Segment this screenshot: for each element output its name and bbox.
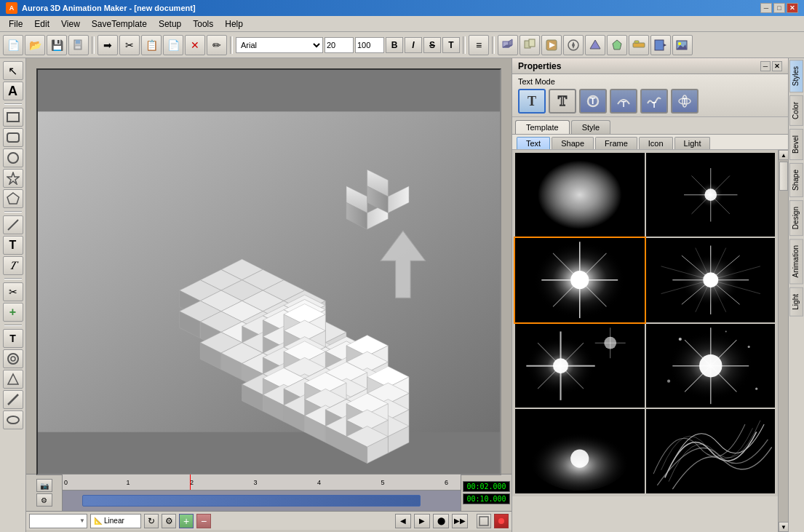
sub-tab-shape[interactable]: Shape [552, 137, 594, 149]
light-effect-5[interactable] [515, 324, 645, 408]
add-tool[interactable]: + [3, 303, 23, 322]
loop-btn[interactable] [477, 514, 491, 528]
prev-frame-btn[interactable]: ◀ [395, 514, 411, 528]
rs-tab-styles[interactable]: Styles [789, 60, 803, 92]
stop-btn[interactable]: ⬤ [433, 514, 449, 528]
polygon-tool[interactable] [3, 189, 23, 208]
rs-tab-color[interactable]: Color [789, 95, 803, 126]
menu-help[interactable]: Help [219, 17, 249, 31]
rs-tab-light[interactable]: Light [789, 287, 803, 317]
play-btn[interactable]: ▶ [414, 514, 430, 528]
light-effect-3[interactable] [515, 238, 645, 322]
paste-button[interactable]: 📄 [163, 35, 183, 55]
minimize-button[interactable]: ─ [760, 3, 772, 13]
open-button[interactable]: 📂 [25, 35, 45, 55]
render-btn[interactable] [541, 35, 562, 55]
restore-button[interactable]: □ [773, 3, 785, 13]
new-button[interactable]: 📄 [3, 35, 23, 55]
tab-template[interactable]: Template [515, 120, 570, 134]
light-effect-4[interactable] [646, 238, 776, 322]
slash-tool[interactable] [3, 390, 23, 409]
text-mode-solid[interactable]: T [518, 89, 546, 114]
timeline-camera-btn[interactable]: 📷 [36, 479, 52, 492]
text-mode-arc[interactable]: T [610, 89, 637, 114]
menu-edit[interactable]: Edit [28, 17, 55, 31]
menu-setup[interactable]: Setup [153, 17, 187, 31]
italic-button[interactable]: I [405, 37, 422, 53]
font-size-input[interactable] [325, 37, 354, 53]
menu-tools[interactable]: Tools [187, 17, 219, 31]
strikethrough-button[interactable]: S [423, 37, 441, 53]
light-effect-6[interactable] [646, 324, 776, 408]
light-effect-1[interactable] [515, 153, 645, 237]
keyframe-combo[interactable] [29, 514, 87, 528]
light-scrollbar[interactable]: ▲ ▼ [778, 150, 788, 532]
select-tool[interactable]: ↖ [3, 61, 23, 80]
circle-tool[interactable] [3, 148, 23, 167]
scroll-thumb[interactable] [779, 162, 788, 191]
export-anim-btn[interactable] [650, 35, 671, 55]
light-effect-8[interactable] [646, 409, 776, 493]
copy-button[interactable]: 📋 [141, 35, 162, 55]
next-frame-btn[interactable]: ▶▶ [452, 514, 468, 528]
3d-btn-1[interactable] [498, 35, 518, 55]
export-image-btn[interactable] [672, 35, 693, 55]
undo-button[interactable]: ✕ [185, 35, 205, 55]
rect-tool[interactable] [3, 108, 23, 127]
text-style-tool[interactable]: T [3, 236, 23, 255]
shape-btn-1[interactable] [585, 35, 605, 55]
save-button[interactable]: 💾 [47, 35, 67, 55]
triangle-tool[interactable] [3, 370, 23, 389]
remove-keyframe-btn[interactable]: − [196, 514, 211, 528]
align-left-button[interactable]: ≡ [469, 35, 489, 55]
particle-btn[interactable] [629, 35, 649, 55]
props-close-btn[interactable]: ✕ [772, 61, 782, 71]
line-tool[interactable] [3, 215, 23, 234]
light-effect-2[interactable] [646, 153, 776, 237]
font-size2-input[interactable] [355, 37, 384, 53]
text-mode-sphere[interactable]: T [671, 89, 698, 114]
sub-tab-frame[interactable]: Frame [595, 137, 637, 149]
sub-tab-icon[interactable]: Icon [639, 137, 673, 149]
close-button[interactable]: ✕ [787, 3, 798, 13]
star-tool[interactable] [3, 169, 23, 188]
rounded-rect-tool[interactable] [3, 128, 23, 147]
tab-style[interactable]: Style [571, 120, 610, 134]
rs-tab-animation[interactable]: Animation [789, 239, 803, 284]
light-effect-7[interactable] [515, 409, 645, 493]
scissors-tool[interactable]: ✂ [3, 282, 23, 301]
refresh-btn[interactable]: ↻ [144, 514, 159, 528]
text-mode-rounded[interactable]: T [579, 89, 607, 114]
menu-save-template[interactable]: SaveTemplate [86, 17, 153, 31]
shape-btn-2[interactable] [607, 35, 627, 55]
ellipse-tool[interactable] [3, 410, 23, 429]
scroll-up-btn[interactable]: ▲ [779, 150, 788, 160]
add-keyframe-btn[interactable]: + [179, 514, 194, 528]
sub-tab-text[interactable]: Text [517, 137, 550, 149]
menu-view[interactable]: View [55, 17, 86, 31]
text-format-button[interactable]: T [442, 37, 460, 53]
italic-tool[interactable]: 𝑇 [3, 256, 23, 275]
bold-button[interactable]: B [386, 37, 403, 53]
menu-file[interactable]: File [3, 17, 28, 31]
3d-btn-2[interactable] [520, 35, 540, 55]
props-minimize-btn[interactable]: ─ [760, 61, 771, 71]
text-mode-wave[interactable]: T [640, 89, 668, 114]
rs-tab-bevel[interactable]: Bevel [789, 129, 803, 160]
timeline-anim-btn[interactable]: ⚙ [36, 493, 52, 507]
cut-button[interactable]: ✂ [119, 35, 140, 55]
scroll-down-btn[interactable]: ▼ [779, 522, 788, 532]
text-tool[interactable]: A [3, 82, 23, 100]
scroll-track[interactable] [779, 160, 788, 522]
sub-tab-light[interactable]: Light [674, 137, 711, 149]
text-mode-outline[interactable]: T [549, 89, 576, 114]
canvas-svg[interactable] [38, 70, 500, 474]
ring-tool[interactable] [3, 349, 23, 368]
rs-tab-design[interactable]: Design [789, 200, 803, 236]
settings-btn[interactable]: ⚙ [162, 514, 176, 528]
redo-button[interactable]: ✏ [207, 35, 227, 55]
rs-tab-shape[interactable]: Shape [789, 163, 803, 197]
export-button[interactable]: ➡ [97, 35, 118, 55]
font-combo[interactable]: Arial [236, 37, 323, 53]
save-as-button[interactable] [68, 35, 89, 55]
